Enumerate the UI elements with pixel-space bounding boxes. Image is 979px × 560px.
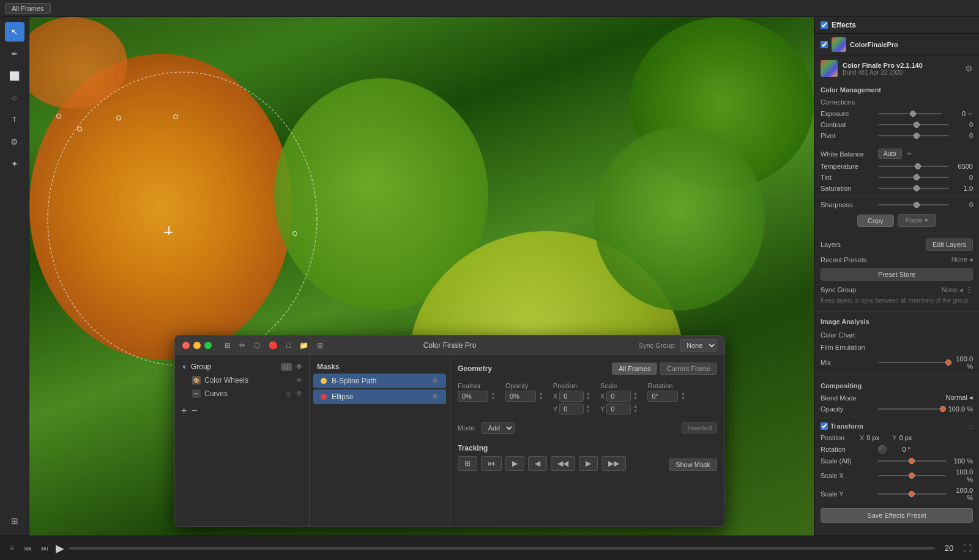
layer-group[interactable]: ▼ Group □ 👁 [175,360,309,374]
feather-input[interactable] [458,391,488,402]
plugin-checkbox[interactable] [821,41,828,48]
scale-x-slider[interactable] [878,475,946,476]
scale-y-down[interactable]: ▼ [633,409,638,414]
preset-store-btn[interactable]: Preset Store [821,268,973,281]
wand-tool[interactable]: ✦ [5,154,24,174]
scale-x-down[interactable]: ▼ [633,396,638,401]
scale-all-slider[interactable] [878,460,946,462]
text-tool[interactable]: T [5,110,24,130]
track-btn-start[interactable]: ⏮ [481,456,502,471]
rotation-input[interactable] [647,391,678,402]
all-frames-button[interactable]: All Frames [5,3,51,14]
feather-down[interactable]: ▼ [491,396,496,401]
play-button[interactable]: ▶ [56,542,64,555]
position-x-input[interactable] [559,391,584,402]
mode-select[interactable]: Add [482,422,515,434]
add-layer-btn[interactable]: + [181,405,187,416]
minimize-button[interactable] [193,342,201,349]
color-wheels-eye-btn[interactable]: 👁 [296,376,303,385]
track-btn-next[interactable]: ▶ [579,456,598,471]
layer-visibility-btn[interactable]: □ [281,363,292,371]
remove-layer-btn[interactable]: − [192,405,197,416]
saturation-slider[interactable] [878,188,949,189]
scale-y-slider[interactable] [878,493,946,495]
track-btn-next2[interactable]: ▶▶ [601,456,626,471]
transform-checkbox[interactable] [821,422,828,430]
show-mask-btn[interactable]: Show Mask [669,459,717,471]
inverted-btn[interactable]: Inverted [682,422,717,433]
sliders-tool[interactable]: ⊞ [5,511,24,531]
panel-tool-7[interactable]: ⊞ [314,340,326,351]
exposure-pencil-icon[interactable]: ✏ [968,111,973,117]
pb-prev-btn[interactable]: ⏮ [21,543,34,554]
pen-tool[interactable]: ✒ [5,44,24,64]
opacity-down[interactable]: ▼ [538,396,543,401]
panel-tool-4[interactable]: 🔴 [266,340,281,351]
pivot-slider[interactable] [878,135,949,136]
rot-down[interactable]: ▼ [680,396,685,401]
panel-tool-3[interactable]: ⬡ [251,340,263,351]
wb-auto-btn[interactable]: Auto [878,149,902,159]
panel-tool-6[interactable]: 📁 [296,340,311,351]
menu-btn[interactable]: ≡ [7,543,17,554]
pos-x-down[interactable]: ▼ [586,396,590,401]
bspline-eye-btn[interactable]: 👁 [431,377,439,385]
timecode-track[interactable] [69,547,935,550]
mix-slider[interactable] [878,362,949,363]
circle-tool[interactable]: ○ [5,88,24,108]
mask-item-ellipse[interactable]: Ellipse 👁 [313,389,446,404]
layer-item-curves[interactable]: 〜 Curves ◎ 👁 [175,387,309,400]
track-btn-play-fwd[interactable]: ▶ [505,456,524,471]
ellipse-eye-btn[interactable]: 👁 [431,392,439,401]
mask-point-3[interactable] [116,116,121,120]
layer-item-color-wheels[interactable]: 🎨 Color Wheels 👁 [175,374,309,387]
opacity-slider[interactable] [878,408,943,410]
transform-expand-icon[interactable]: □ [969,423,973,430]
scale-y-input[interactable] [606,403,631,414]
mask-point-4[interactable] [173,114,178,119]
track-btn-prev2[interactable]: ◀◀ [551,456,575,471]
pos-y-down[interactable]: ▼ [586,409,590,414]
effects-checkbox[interactable] [821,21,828,29]
mask-point-5[interactable] [292,231,297,236]
sharpness-slider[interactable] [878,204,949,205]
maximize-button[interactable] [204,342,212,349]
wb-pencil-icon[interactable]: ✏ [907,150,912,157]
mask-item-bspline[interactable]: B-Spline Path 👁 [313,374,446,388]
curves-filter-btn[interactable]: ◎ [286,390,292,398]
paste-btn[interactable]: Paste ▾ [898,214,936,227]
current-frame-btn[interactable]: Current Frame [660,363,717,375]
settings-tool[interactable]: ⚙ [5,132,24,152]
sync-group-select[interactable]: None [680,339,717,352]
plugin-gear-btn[interactable]: ⚙ [965,64,973,73]
track-btn-grid[interactable]: ⊞ [458,456,477,471]
panel-tool-5[interactable]: □ [283,340,294,351]
all-frames-frame-btn[interactable]: All Frames [612,363,658,375]
contrast-slider[interactable] [878,124,949,125]
image-analysis-row[interactable]: Image Analysis [814,314,979,329]
mask-point-2[interactable] [77,127,82,131]
pb-next-btn[interactable]: ⏭ [39,543,51,554]
position-y-input[interactable] [559,403,584,414]
edit-layers-btn[interactable]: Edit Layers [926,238,973,251]
curves-eye-btn[interactable]: 👁 [296,389,303,398]
rect-tool[interactable]: ⬜ [5,66,24,86]
close-button[interactable] [182,342,190,349]
select-tool[interactable]: ↖ [5,22,24,42]
temperature-slider[interactable] [878,166,949,167]
sync-dots-icon[interactable]: ⋮ [966,286,973,294]
tint-slider[interactable] [878,177,949,178]
panel-tool-1[interactable]: ⊞ [221,340,234,351]
mask-point-1[interactable] [56,114,61,119]
rotation-dial[interactable] [878,445,887,454]
scale-x-input[interactable] [606,391,631,402]
copy-btn[interactable]: Copy [857,215,894,227]
panel-tool-2[interactable]: ✏ [236,340,248,351]
opacity-input[interactable] [505,391,536,402]
layer-eye-btn[interactable]: 👁 [296,363,303,371]
save-effects-preset-btn[interactable]: Save Effects Preset [821,508,973,523]
track-btn-prev[interactable]: ◀ [528,456,547,471]
mask-handle[interactable] [164,230,169,235]
fullscreen-btn[interactable]: ⛶ [963,543,972,553]
exposure-slider[interactable] [878,113,942,114]
